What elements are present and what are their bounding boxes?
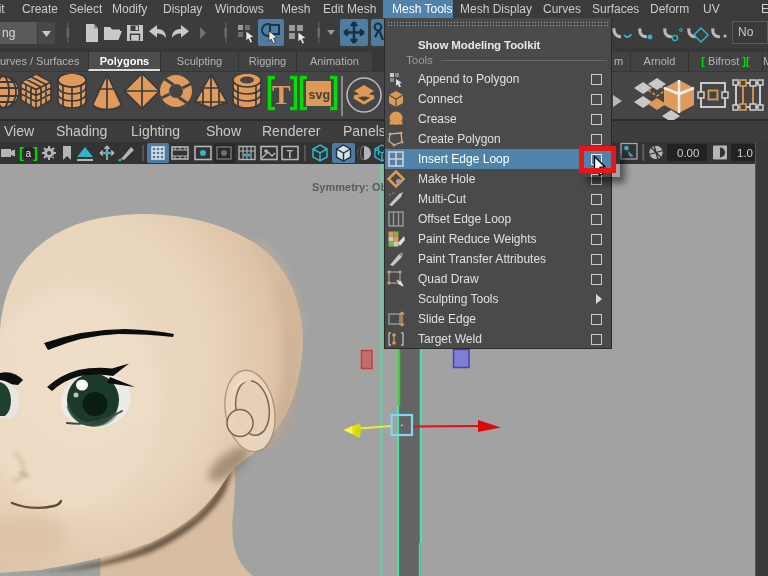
svg-text:]: ] [33,144,38,161]
svg-text:T: T [287,148,294,160]
svg-text:svg: svg [309,88,331,102]
svg-text:0.00: 0.00 [677,147,699,159]
svg-text:a: a [26,148,32,159]
svg-text:1.0: 1.0 [737,147,753,159]
svg-text:T: T [272,79,291,110]
svg-text:Symmetry: Ob: Symmetry: Ob [312,181,387,193]
svg-text:[: [ [19,144,24,161]
